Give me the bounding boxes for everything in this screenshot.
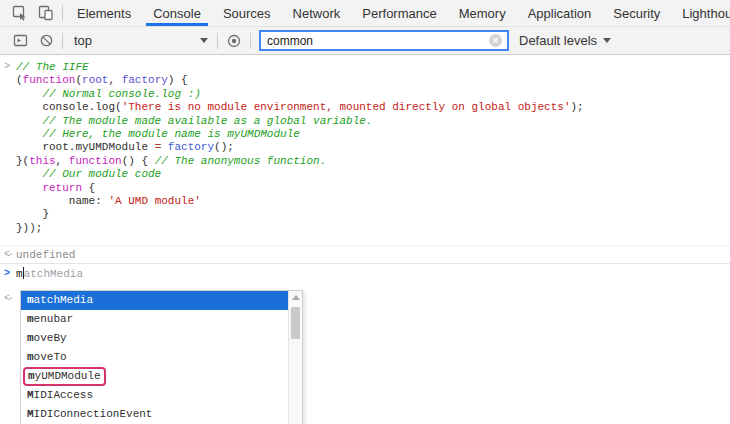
tab-memory[interactable]: Memory (448, 0, 517, 26)
command-prompt-icon: > (0, 61, 16, 235)
code-line: console.log('There is no module environm… (16, 101, 584, 114)
tab-application[interactable]: Application (517, 0, 603, 26)
tabbar-separator (62, 5, 63, 21)
input-prompt-icon: > (0, 268, 16, 279)
tab-security[interactable]: Security (602, 0, 671, 26)
console-messages-area[interactable]: > // The IIFE(function(root, factory) { … (0, 55, 730, 424)
dropdown-scrollbar[interactable] (288, 291, 302, 424)
result-arrow-icon: <· (0, 249, 16, 260)
autocomplete-dropdown: matchMediamenubarmoveBymoveTomyUMDModule… (20, 290, 303, 424)
tab-elements[interactable]: Elements (66, 0, 142, 26)
log-levels-dropdown[interactable]: Default levels (519, 33, 611, 48)
filter-input[interactable] (261, 34, 489, 48)
red-annotation-box: myUMDModule (23, 367, 106, 386)
code-line: })); (16, 222, 584, 235)
toolbar-separator (62, 33, 63, 49)
command-code: // The IIFE(function(root, factory) { //… (16, 61, 584, 235)
scrollbar-thumb[interactable] (291, 307, 300, 339)
toolbar-separator (217, 33, 218, 49)
tab-network[interactable]: Network (282, 0, 352, 26)
tab-lighthouse[interactable]: Lighthouse (671, 0, 730, 26)
toolbar-separator (250, 33, 251, 49)
levels-label: Default levels (519, 33, 597, 48)
result-value: undefined (16, 249, 75, 261)
typed-text: m (16, 268, 23, 280)
javascript-context-select[interactable]: top (66, 30, 214, 52)
code-line: (function(root, factory) { (16, 74, 584, 87)
scrollbar-up-arrow-icon[interactable] (292, 295, 300, 300)
live-expression-eye-icon[interactable] (221, 28, 247, 54)
devtools-tabbar: Elements Console Sources Network Perform… (0, 0, 730, 27)
code-line: return { (16, 182, 584, 195)
chevron-down-icon (200, 38, 208, 43)
code-line: }(this, function() { // The anonymous fu… (16, 155, 584, 168)
autocomplete-item[interactable]: matchMedia (21, 291, 288, 310)
tab-performance[interactable]: Performance (351, 0, 447, 26)
autocomplete-list: matchMediamenubarmoveBymoveTomyUMDModule… (21, 291, 288, 424)
clear-console-icon[interactable] (33, 28, 59, 54)
code-line: // Normal console.log :) (16, 88, 584, 101)
autocomplete-item[interactable]: moveBy (21, 329, 288, 348)
autocomplete-hint: atchMedia (24, 268, 83, 280)
echoed-command: > // The IIFE(function(root, factory) { … (0, 55, 730, 235)
autocomplete-item[interactable]: MIDIConnectionEvent (21, 405, 288, 424)
console-toolbar: top × Default levels (0, 27, 730, 55)
code-line: // Our module code (16, 168, 584, 181)
autocomplete-item[interactable]: myUMDModule (21, 367, 288, 386)
console-sidebar-icon[interactable] (7, 28, 33, 54)
autocomplete-item[interactable]: moveTo (21, 348, 288, 367)
code-line: // Here, the module name is myUMDModule (16, 128, 584, 141)
result-row: <· undefined (0, 245, 730, 263)
eager-eval-arrow-icon: <· (4, 293, 12, 304)
console-prompt-row[interactable]: > matchMedia (0, 263, 730, 283)
chevron-down-icon (603, 38, 611, 43)
inspect-icon[interactable] (7, 0, 33, 26)
devtools-window: Elements Console Sources Network Perform… (0, 0, 730, 424)
console-filter-box: × (259, 30, 509, 51)
autocomplete-item[interactable]: MIDIAccess (21, 386, 288, 405)
tab-sources[interactable]: Sources (212, 0, 282, 26)
device-toolbar-icon[interactable] (33, 0, 59, 26)
autocomplete-item[interactable]: menubar (21, 310, 288, 329)
code-line: root.myUMDModule = factory(); (16, 141, 584, 154)
tab-console[interactable]: Console (142, 0, 212, 26)
clear-filter-icon[interactable]: × (489, 34, 502, 47)
code-line: } (16, 208, 584, 221)
code-line: // The module made available as a global… (16, 115, 584, 128)
tabbar-icons (0, 0, 66, 26)
context-value: top (74, 33, 92, 48)
code-line: name: 'A UMD module' (16, 195, 584, 208)
code-line: // The IIFE (16, 61, 584, 74)
